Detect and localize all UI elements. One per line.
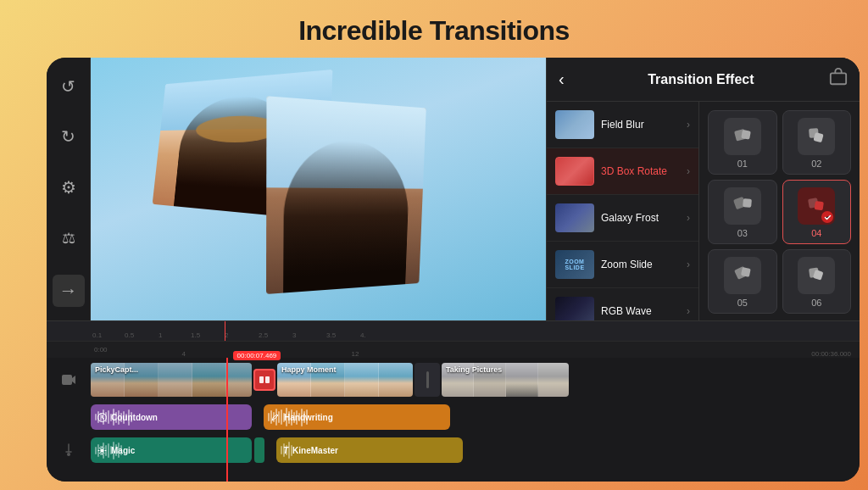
clip-3-label: Taking Pictures <box>446 365 502 374</box>
ruler-mark-15: 1.5 <box>191 331 200 339</box>
video-clip-3[interactable]: Taking Pictures <box>442 363 569 397</box>
svg-rect-0 <box>831 73 846 84</box>
page-title: Incredible Transitions <box>0 15 868 47</box>
effect-arrow-zoom-slide: › <box>687 259 690 270</box>
effect-thumb-zoom-slide: ZOOMSLIDE <box>555 250 594 279</box>
transition-panel: ‹ Transition Effect Field Blur › <box>546 58 860 320</box>
effect-icon-02 <box>798 118 835 155</box>
audio-track-row-1: Countdown Handwriting <box>47 402 860 432</box>
svg-point-18 <box>101 448 104 452</box>
ruler-mark-3: 3 <box>292 331 296 339</box>
effect-cell-label-01: 01 <box>737 159 748 169</box>
effect-cell-label-02: 02 <box>811 159 821 169</box>
audio-clip-countdown-label: Countdown <box>111 413 158 422</box>
effect-label-3d-box-rotate: 3D Box Rotate <box>601 165 667 177</box>
svg-rect-2 <box>741 130 751 140</box>
time-start: 0:00 <box>94 346 108 354</box>
audio-clip-kinemaster[interactable]: T KineMaster <box>276 437 463 463</box>
ruler-mark-35: 3.5 <box>326 331 336 339</box>
effect-item-3d-box-rotate[interactable]: 3D Box Rotate › <box>547 148 698 195</box>
clip-2-label: Happy Moment <box>281 365 337 374</box>
export-icon[interactable]: → <box>53 275 85 307</box>
ruler-mark-4: 4. <box>360 331 366 339</box>
svg-point-17 <box>67 453 70 456</box>
effect-cell-label-06: 06 <box>811 298 821 308</box>
clip-1-label: PickyCapt... <box>95 365 138 374</box>
undo-icon[interactable]: ↺ <box>55 73 82 100</box>
effect-cell-01[interactable]: 01 <box>708 110 777 175</box>
effect-cell-03[interactable]: 03 <box>708 180 777 244</box>
effect-label-galaxy-frost: Galaxy Frost <box>601 212 659 224</box>
sidebar: ↺ ↻ ⚙ ⚖ → <box>47 58 91 320</box>
video-clip-2[interactable]: Happy Moment <box>277 363 413 397</box>
effect-cell-04[interactable]: 04 <box>782 180 852 244</box>
audio-clip-magic-label: Magic <box>111 446 135 455</box>
video-clip-1[interactable]: PickyCapt... <box>91 363 252 397</box>
effect-label-field-blur: Field Blur <box>601 119 644 131</box>
audio-clip-kinemaster-t-icon: T <box>283 446 288 455</box>
effect-cell-06[interactable]: 06 <box>782 249 852 314</box>
ruler-mark-01: 0.1 <box>92 331 102 339</box>
effect-item-field-blur[interactable]: Field Blur › <box>547 102 698 148</box>
cube-image-2 <box>266 96 426 294</box>
adjust-icon[interactable]: ⚖ <box>55 225 82 252</box>
effect-grid: 01 02 <box>699 102 860 320</box>
effect-arrow-field-blur: › <box>687 119 690 131</box>
redo-icon[interactable]: ↻ <box>55 124 82 151</box>
ruler-mark-05: 0.5 <box>125 331 134 339</box>
effect-list: Field Blur › 3D Box Rotate › Galaxy Fros… <box>547 102 699 320</box>
video-clips-area: PickyCapt... <box>91 362 860 398</box>
audio-track-content-2: Magic T KineMaster <box>91 437 860 463</box>
svg-rect-14 <box>259 376 264 383</box>
audio-track-content-1: Countdown Handwriting <box>91 404 860 430</box>
effect-thumb-galaxy-frost <box>555 203 594 232</box>
transition-marker[interactable] <box>253 369 275 391</box>
top-area: ↺ ↻ ⚙ ⚖ → <box>47 58 860 320</box>
effect-cell-05[interactable]: 05 <box>708 249 777 314</box>
device-frame: ↺ ↻ ⚙ ⚖ → <box>47 58 860 482</box>
svg-rect-6 <box>743 198 752 208</box>
effect-arrow-rgb-wave: › <box>687 305 690 317</box>
effect-item-rgb-wave[interactable]: RGB Wave › <box>547 288 698 320</box>
time-end: 00:00:36.000 <box>811 350 851 358</box>
effect-icon-05 <box>724 257 761 294</box>
effect-label-rgb-wave: RGB Wave <box>601 305 652 317</box>
audio-clip-magic[interactable]: Magic <box>91 437 252 463</box>
panel-content: Field Blur › 3D Box Rotate › Galaxy Fros… <box>547 102 860 320</box>
ruler-mark-1: 1 <box>159 331 162 339</box>
clip-divider <box>415 363 440 397</box>
effect-cell-label-05: 05 <box>737 298 748 308</box>
effect-label-zoom-slide: Zoom Slide <box>601 259 653 270</box>
preview-area <box>91 58 546 320</box>
effect-icon-01 <box>724 118 761 155</box>
audio-track-row-2: Magic T KineMaster <box>47 435 860 465</box>
panel-title: Transition Effect <box>573 72 829 87</box>
svg-rect-15 <box>265 376 270 383</box>
audio-clip-magic-2 <box>254 437 264 463</box>
effect-icon-06 <box>798 257 835 294</box>
audio-clip-kinemaster-label: KineMaster <box>292 446 338 455</box>
settings-icon[interactable]: ⚙ <box>55 174 82 201</box>
effect-item-zoom-slide[interactable]: ZOOMSLIDE Zoom Slide › <box>547 242 698 288</box>
video-track-row: PickyCapt... <box>47 360 860 399</box>
audio-clip-handwriting-label: Handwriting <box>284 413 333 422</box>
effect-thumb-3d-box-rotate <box>555 157 594 186</box>
effect-arrow-3d-box-rotate: › <box>687 165 690 177</box>
timeline-area: 0.1 0.5 1 1.5 2 2.5 3 3.5 4. 0:00 4 8 12 <box>47 320 860 482</box>
audio-clip-countdown[interactable]: Countdown <box>91 404 252 430</box>
store-icon[interactable] <box>829 68 848 91</box>
ruler-num-4: 4 <box>182 350 186 358</box>
ruler-mark-25: 2.5 <box>259 331 268 339</box>
back-button[interactable]: ‹ <box>559 70 565 89</box>
effect-icon-04 <box>798 187 835 225</box>
effect-icon-03 <box>724 187 761 225</box>
effect-cell-02[interactable]: 02 <box>782 110 852 175</box>
effect-item-galaxy-frost[interactable]: Galaxy Frost › <box>547 195 698 242</box>
effect-arrow-galaxy-frost: › <box>687 212 690 224</box>
svg-rect-8 <box>815 201 824 210</box>
audio-clip-handwriting[interactable]: Handwriting <box>264 404 450 430</box>
svg-rect-13 <box>62 375 72 385</box>
svg-rect-10 <box>741 267 751 277</box>
ruler-num-12: 12 <box>352 350 359 358</box>
effect-cell-label-03: 03 <box>737 228 748 238</box>
